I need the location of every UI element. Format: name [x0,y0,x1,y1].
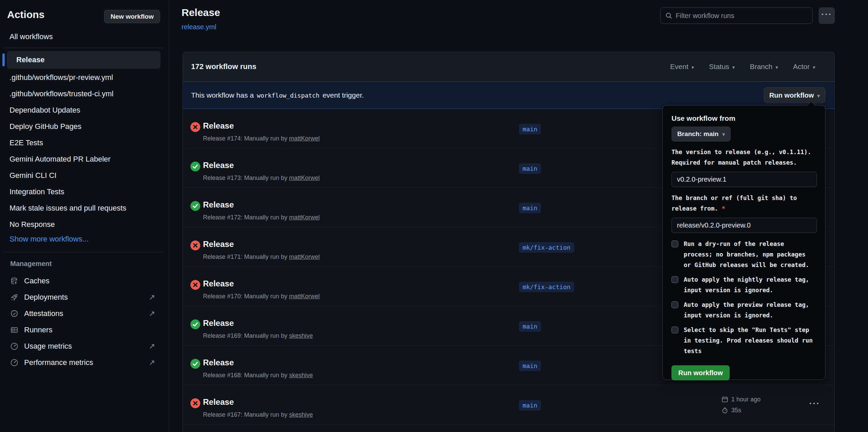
branch-badge[interactable]: main [519,321,541,332]
management-item[interactable]: Runners [0,322,169,338]
management-item-label: Performance metrics [24,358,93,367]
workflow-item-label: No Response [10,220,55,229]
run-title-link[interactable]: Release [203,279,234,288]
run-description: Release #172: Manually run by mattKorwel [203,214,320,221]
search-icon [665,12,672,19]
sidebar-workflow-item[interactable]: .github/workflows/pr-review.yml [0,69,169,86]
management-item[interactable]: Attestations ↗ [0,305,169,322]
management-item[interactable]: Deployments ↗ [0,289,169,305]
run-actor-link[interactable]: skeshive [289,332,313,339]
calendar-icon [721,396,728,403]
sidebar-workflow-item[interactable]: Gemini Automated PR Labeler [0,151,169,167]
chevron-down-icon [722,130,725,138]
branch-badge[interactable]: mk/fix-action [519,282,574,292]
branch-select-button[interactable]: Branch: main [671,127,731,142]
branch-badge[interactable]: main [519,400,541,411]
branch-badge[interactable]: mk/fix-action [519,242,574,253]
runs-header: 172 workflow runs Event Status Branch [183,52,834,81]
run-actor-link[interactable]: mattKorwel [289,293,320,300]
workflow-run-row[interactable]: Release Release #167: Manually run by sk… [183,385,834,425]
run-workflow-dropdown-button[interactable]: Run workflow [764,87,825,103]
run-time: 1 hour ago [731,396,761,403]
meter-icon [10,359,18,367]
sidebar-item-all-workflows[interactable]: All workflows [10,32,53,41]
run-workflow-dropdown-label: Run workflow [769,92,814,99]
sidebar-workflow-item[interactable]: Mark stale issues and pull requests [0,200,169,216]
sidebar-workflow-item[interactable]: Integration Tests [0,184,169,200]
run-actor-link[interactable]: mattKorwel [289,135,320,142]
run-actor-link[interactable]: mattKorwel [289,253,320,260]
branch-badge[interactable]: main [519,124,541,134]
required-asterisk: * [722,205,726,212]
run-title-link[interactable]: Release [203,397,234,407]
run-description-text: Release #167: Manually run by [203,411,287,418]
sidebar-workflow-item[interactable]: Deploy GitHub Pages [0,118,169,135]
workflow-page-title: Release [182,7,220,18]
management-item[interactable]: Performance metrics ↗ [0,354,169,371]
management-item[interactable]: Usage metrics ↗ [0,338,169,354]
run-actor-link[interactable]: skeshive [289,372,313,379]
filter-dropdown[interactable]: Event [670,63,694,71]
workflow-item-label: Gemini Automated PR Labeler [10,155,110,164]
run-actor-link[interactable]: mattKorwel [289,175,320,181]
run-title-link[interactable]: Release [203,239,234,249]
run-title-link[interactable]: Release [203,358,234,367]
checkbox-label: Run a dry-run of the release process; no… [684,239,814,270]
checkbox[interactable] [671,327,678,333]
run-title-link[interactable]: Release [203,200,234,210]
management-item-label: Attestations [24,309,63,318]
kebab-icon [821,13,832,19]
workflow-item-label: Deploy GitHub Pages [10,122,82,131]
branch-badge[interactable]: main [519,163,541,174]
runs-filters: Event Status Branch Actor [670,63,826,71]
run-actor-link[interactable]: skeshive [289,411,313,418]
run-meta: 1 hour ago 35s [721,394,761,416]
filter-workflow-runs-input[interactable] [676,12,807,20]
sidebar-workflow-item[interactable]: Dependabot Updates [0,102,169,118]
ref-input[interactable] [671,218,817,233]
checkbox-label: Auto apply the nightly release tag, inpu… [684,275,814,296]
sidebar-workflow-item[interactable]: Gemini CLI CI [0,167,169,184]
checkbox[interactable] [671,240,678,247]
workflow-item-label: Release [16,55,45,64]
sidebar-workflow-item[interactable]: .github/workflows/trusted-ci.yml [0,86,169,102]
filter-dropdown-label: Actor [793,63,810,71]
runners-server-icon [10,326,18,334]
workflow-options-kebab-button[interactable] [819,7,835,24]
external-link-icon: ↗ [149,309,155,318]
new-workflow-button[interactable]: New workflow [104,10,160,23]
sidebar-workflow-item[interactable]: No Response [0,216,169,233]
dispatch-checkbox-list: Run a dry-run of the release process; no… [671,239,816,356]
run-duration: 35s [731,407,741,414]
run-description: Release #171: Manually run by mattKorwel [203,253,320,261]
dispatch-checkbox-row: Run a dry-run of the release process; no… [671,239,816,270]
sidebar-workflow-item[interactable]: E2E Tests [0,135,169,151]
run-workflow-submit-button[interactable]: Run workflow [671,365,730,380]
external-link-icon: ↗ [149,293,155,302]
show-more-workflows-link[interactable]: Show more workflows... [10,235,88,244]
chevron-down-icon [813,63,815,71]
run-title-link[interactable]: Release [203,161,234,170]
run-description: Release #170: Manually run by mattKorwel [203,293,320,300]
management-item-label: Caches [24,277,50,285]
branch-badge[interactable]: main [519,361,541,371]
sidebar-workflow-item[interactable]: Release [7,51,160,69]
filter-dropdown[interactable]: Status [709,63,735,71]
run-title-link[interactable]: Release [203,121,234,131]
run-description: Release #168: Manually run by skeshive [203,372,313,379]
run-kebab-button[interactable] [808,399,821,410]
workflow-file-link[interactable]: release.yml [182,23,216,31]
run-title-link[interactable]: Release [203,318,234,328]
checkbox[interactable] [671,276,678,283]
banner-text: This workflow has a workflow_dispatch ev… [191,91,364,99]
filter-dropdown[interactable]: Actor [793,63,815,71]
management-item[interactable]: Caches [0,273,169,289]
checkbox[interactable] [671,301,678,308]
run-actor-link[interactable]: mattKorwel [289,214,320,221]
filter-dropdown-label: Status [709,63,729,71]
use-workflow-from-label: Use workflow from [671,114,816,122]
management-list: Caches Deployments ↗ [0,273,169,371]
branch-badge[interactable]: main [519,203,541,213]
filter-dropdown[interactable]: Branch [750,63,778,71]
version-input[interactable] [671,172,817,187]
